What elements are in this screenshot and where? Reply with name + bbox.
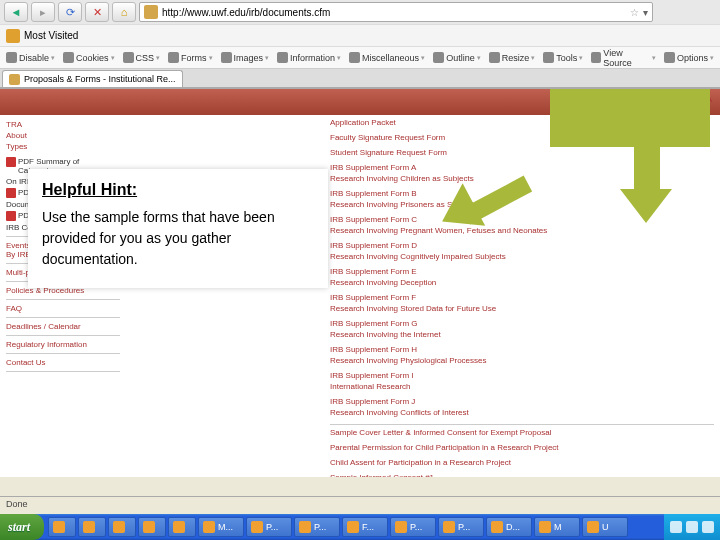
devtool-resize[interactable]: Resize▾ bbox=[489, 52, 536, 63]
dropdown-icon[interactable]: ▾ bbox=[643, 7, 648, 18]
url-input[interactable] bbox=[162, 7, 626, 18]
taskbar-item[interactable]: M... bbox=[198, 517, 244, 537]
taskbar-item[interactable]: F... bbox=[342, 517, 388, 537]
devtool-view-source[interactable]: View Source▾ bbox=[591, 48, 656, 68]
devtool-tools[interactable]: Tools▾ bbox=[543, 52, 583, 63]
task-icon bbox=[299, 521, 311, 533]
home-button[interactable]: ⌂ bbox=[112, 2, 136, 22]
taskbar-item[interactable] bbox=[78, 517, 106, 537]
star-icon[interactable]: ☆ bbox=[630, 7, 639, 18]
site-favicon bbox=[144, 5, 158, 19]
sidebar-link[interactable]: Regulatory Information bbox=[6, 339, 120, 350]
devtool-images[interactable]: Images▾ bbox=[221, 52, 270, 63]
sidebar-item[interactable]: TRA bbox=[6, 119, 120, 130]
tab-favicon bbox=[9, 74, 20, 85]
devtool-miscellaneous[interactable]: Miscellaneous▾ bbox=[349, 52, 425, 63]
stop-button[interactable]: ✕ bbox=[85, 2, 109, 22]
pdf-icon bbox=[6, 211, 16, 221]
task-icon bbox=[203, 521, 215, 533]
document-link[interactable]: IRB Supplement Form H bbox=[330, 344, 714, 355]
browser-tab[interactable]: Proposals & Forms - Institutional Re... bbox=[2, 70, 183, 87]
task-icon bbox=[53, 521, 65, 533]
task-icon bbox=[251, 521, 263, 533]
reload-button[interactable]: ⟳ bbox=[58, 2, 82, 22]
document-subtitle: Research Involving Deception bbox=[330, 277, 714, 288]
task-icon bbox=[443, 521, 455, 533]
document-link[interactable]: Sample Informed Consent #1 bbox=[330, 472, 714, 477]
sidebar-link[interactable]: FAQ bbox=[6, 303, 120, 314]
callout-arrow-left bbox=[432, 151, 552, 231]
document-subtitle: International Research bbox=[330, 381, 714, 392]
tray-icon[interactable] bbox=[670, 521, 682, 533]
sidebar-item[interactable]: About bbox=[6, 130, 120, 141]
bookmark-most-visited[interactable]: Most Visited bbox=[24, 30, 78, 41]
task-icon bbox=[173, 521, 185, 533]
sidebar-item[interactable]: Types bbox=[6, 141, 120, 152]
pdf-icon bbox=[6, 188, 16, 198]
document-link[interactable]: Parental Permission for Child Participat… bbox=[330, 442, 714, 453]
sidebar-link[interactable]: Deadlines / Calendar bbox=[6, 321, 120, 332]
devtool-css[interactable]: CSS▾ bbox=[123, 52, 161, 63]
task-icon bbox=[83, 521, 95, 533]
task-icon bbox=[395, 521, 407, 533]
sidebar-link[interactable]: Contact Us bbox=[6, 357, 120, 368]
document-link[interactable]: IRB Supplement Form J bbox=[330, 396, 714, 407]
pdf-icon bbox=[6, 157, 16, 167]
document-link[interactable]: IRB Supplement Form F bbox=[330, 292, 714, 303]
taskbar: start M...P...P...F...P...P...D...MU bbox=[0, 514, 720, 540]
document-subtitle: Research Involving Conflicts of Interest bbox=[330, 407, 714, 418]
document-link[interactable]: IRB Supplement Form G bbox=[330, 318, 714, 329]
hint-title: Helpful Hint: bbox=[42, 179, 314, 201]
taskbar-item[interactable] bbox=[48, 517, 76, 537]
task-icon bbox=[347, 521, 359, 533]
tab-title: Proposals & Forms - Institutional Re... bbox=[24, 74, 176, 84]
callout-arrow-right bbox=[550, 89, 710, 239]
tray-icon[interactable] bbox=[686, 521, 698, 533]
bookmark-folder-icon bbox=[6, 29, 20, 43]
address-bar[interactable]: ☆ ▾ bbox=[139, 2, 653, 22]
devtool-outline[interactable]: Outline▾ bbox=[433, 52, 481, 63]
document-subtitle: Research Involving the Internet bbox=[330, 329, 714, 340]
system-tray[interactable] bbox=[664, 514, 720, 540]
document-link[interactable]: IRB Supplement Form I bbox=[330, 370, 714, 381]
document-link[interactable]: IRB Supplement Form E bbox=[330, 266, 714, 277]
back-button[interactable]: ◄ bbox=[4, 2, 28, 22]
task-icon bbox=[539, 521, 551, 533]
document-subtitle: Research Involving Physiological Process… bbox=[330, 355, 714, 366]
tray-icon[interactable] bbox=[702, 521, 714, 533]
document-link[interactable]: Child Assent for Participation in a Rese… bbox=[330, 457, 714, 468]
taskbar-item[interactable]: P... bbox=[390, 517, 436, 537]
task-icon bbox=[491, 521, 503, 533]
taskbar-item[interactable] bbox=[108, 517, 136, 537]
taskbar-item[interactable]: D... bbox=[486, 517, 532, 537]
taskbar-item[interactable] bbox=[168, 517, 196, 537]
document-subtitle: Research Involving Stored Data for Futur… bbox=[330, 303, 714, 314]
status-bar: Done bbox=[0, 496, 720, 514]
task-icon bbox=[113, 521, 125, 533]
taskbar-item[interactable]: P... bbox=[294, 517, 340, 537]
taskbar-item[interactable]: P... bbox=[246, 517, 292, 537]
devtool-information[interactable]: Information▾ bbox=[277, 52, 341, 63]
devtool-cookies[interactable]: Cookies▾ bbox=[63, 52, 115, 63]
task-icon bbox=[587, 521, 599, 533]
document-link[interactable]: Sample Cover Letter & Informed Consent f… bbox=[330, 427, 714, 438]
taskbar-item[interactable]: M bbox=[534, 517, 580, 537]
taskbar-item[interactable]: P... bbox=[438, 517, 484, 537]
hint-callout: Helpful Hint: Use the sample forms that … bbox=[28, 169, 328, 288]
document-link[interactable]: IRB Supplement Form D bbox=[330, 240, 714, 251]
hint-body: Use the sample forms that have been prov… bbox=[42, 207, 314, 270]
start-button[interactable]: start bbox=[0, 514, 44, 540]
document-subtitle: Research Involving Cognitively Impaired … bbox=[330, 251, 714, 262]
task-icon bbox=[143, 521, 155, 533]
forward-button[interactable]: ▸ bbox=[31, 2, 55, 22]
devtool-disable[interactable]: Disable▾ bbox=[6, 52, 55, 63]
devtool-options[interactable]: Options▾ bbox=[664, 52, 714, 63]
devtool-forms[interactable]: Forms▾ bbox=[168, 52, 213, 63]
taskbar-item[interactable]: U bbox=[582, 517, 628, 537]
taskbar-item[interactable] bbox=[138, 517, 166, 537]
